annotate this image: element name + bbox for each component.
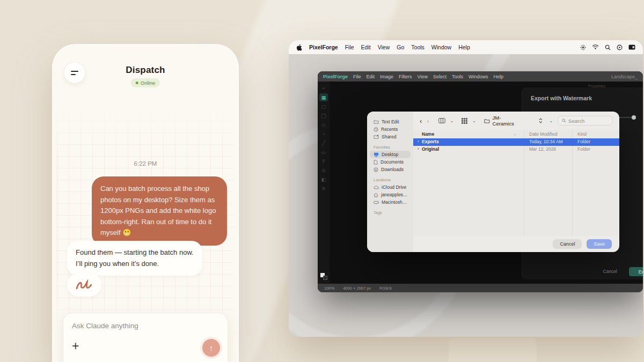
win-menu-help[interactable]: Help [493, 74, 503, 79]
tool-move-icon[interactable]: + [319, 84, 328, 92]
attach-plus-button[interactable]: + [72, 340, 79, 352]
sidebar-item-home[interactable]: janeapples… [367, 191, 413, 198]
keyboard-brightness-icon[interactable] [580, 45, 586, 50]
window-statusbar: 100% 4000 × 2667 px RGB/8 [318, 284, 643, 292]
table-row-exports[interactable]: › Exports Today, 10:34 AM Folder [413, 138, 619, 146]
tool-marquee-icon[interactable]: ▦ [319, 93, 328, 101]
apple-logo-icon[interactable] [296, 44, 302, 51]
sidebar-item-icloud[interactable]: iCloud Drive [367, 183, 413, 191]
clock-icon [374, 127, 378, 132]
menu-file[interactable]: File [345, 44, 354, 50]
sidebar-item-desktop[interactable]: Desktop [370, 151, 411, 158]
tool-lasso-icon[interactable]: ◇ [319, 121, 328, 129]
chevron-down-icon[interactable]: ⌄ [450, 119, 454, 123]
finder-toolbar: ‹ › ⌄ ⌄ JM-Ceramics ⌄ [413, 112, 619, 130]
menubar-app-name[interactable]: PixelForge [309, 44, 338, 50]
search-icon [562, 119, 566, 123]
tool-gradient-icon[interactable]: ◧ [319, 175, 328, 183]
location-dropdown[interactable]: JM-Ceramics [484, 115, 543, 127]
tool-ellipse-icon[interactable]: ◯ [319, 112, 328, 120]
status-label: Online [141, 80, 155, 86]
win-menu-select[interactable]: Select [433, 74, 447, 79]
arrow-up-icon: ↑ [209, 343, 214, 352]
sidebar-label: Text Edit [382, 119, 399, 124]
mac-screen: PixelForge File Edit View Go Tools Windo… [289, 40, 643, 337]
menu-go[interactable]: Go [397, 44, 404, 50]
sidebar-item-macintosh[interactable]: Macintosh… [367, 198, 413, 206]
up-down-chevrons-icon [539, 118, 543, 123]
chat-input[interactable] [72, 322, 219, 330]
sidebar-label: Desktop [382, 152, 398, 157]
table-row-original[interactable]: › Original Mar 12, 2026 Folder [413, 146, 619, 153]
win-menu-edit[interactable]: Edit [367, 74, 375, 79]
color-swatches[interactable] [320, 273, 328, 280]
sidebar-item-downloads[interactable]: Downloads [367, 166, 413, 173]
background-card [449, 338, 537, 362]
menu-tools[interactable]: Tools [411, 44, 425, 50]
save-button[interactable]: Save [587, 239, 612, 249]
shared-folder-icon [374, 135, 379, 139]
dialog-export-button[interactable]: Export [629, 267, 643, 276]
chevron-down-icon[interactable]: ⌄ [549, 119, 553, 123]
tool-zoom-icon[interactable]: ⊙ [319, 166, 328, 174]
column-header-name[interactable]: Name [422, 131, 434, 137]
image-dimensions: 4000 × 2667 px [343, 286, 371, 291]
tool-wand-icon[interactable]: ~ [319, 130, 328, 138]
tool-brush-icon[interactable]: ╱ [319, 139, 328, 147]
win-menu-image[interactable]: Image [380, 74, 393, 79]
disclosure-icon[interactable]: › [418, 139, 419, 144]
sidebar-item-textedit[interactable]: Text Edit [367, 118, 413, 125]
chevron-down-icon[interactable]: ⌄ [472, 119, 476, 123]
tool-text-icon[interactable]: T [319, 157, 328, 165]
tool-eraser-icon[interactable]: ✕ [319, 184, 328, 193]
download-icon [374, 167, 378, 172]
menu-window[interactable]: Window [431, 44, 451, 50]
menu-view[interactable]: View [378, 44, 390, 50]
disclosure-icon[interactable]: › [418, 146, 419, 151]
spotlight-search-icon[interactable] [605, 45, 611, 50]
cancel-button[interactable]: Cancel [553, 239, 582, 249]
pixelforge-menubar: PixelForge File Edit Image Filters View … [318, 71, 643, 82]
send-button[interactable]: ↑ [202, 339, 220, 357]
control-center-icon[interactable] [617, 45, 623, 50]
assistant-message-bubble: Found them — starting the batch now. I’l… [67, 241, 202, 276]
row-kind: Folder [577, 146, 590, 152]
sidebar-label: iCloud Drive [382, 184, 406, 190]
wifi-icon[interactable] [592, 45, 599, 50]
tool-palette: + ▦ ▢ ◯ ◇ ~ ╱ ▭ T ⊙ ◧ ✕ [318, 82, 330, 284]
sidebar-section-tags: Tags [367, 206, 413, 216]
win-menu-filters[interactable]: Filters [399, 74, 412, 79]
sidebar-item-recents[interactable]: Recents [367, 125, 413, 133]
column-view-icon[interactable] [438, 118, 445, 123]
sidebar-label: Recents [381, 127, 398, 132]
cloud-icon [374, 186, 379, 189]
chat-app-panel: Dispatch Online 6:22 PM Can you batch pr… [52, 44, 239, 362]
dialog-cancel-button[interactable]: Cancel [603, 269, 617, 274]
message-timestamp: 6:22 PM [53, 160, 238, 167]
slider-knob[interactable] [632, 115, 636, 120]
forward-button[interactable]: › [427, 117, 429, 124]
win-menu-tools[interactable]: Tools [452, 74, 463, 79]
win-menu-file[interactable]: File [353, 74, 361, 79]
sidebar-item-documents[interactable]: Documents [367, 158, 413, 166]
dialog-title: Export with Watermark [531, 95, 592, 101]
grid-view-icon[interactable] [462, 118, 467, 124]
back-button[interactable]: ‹ [420, 117, 422, 124]
win-menu-windows[interactable]: Windows [469, 74, 488, 79]
column-header-kind[interactable]: Kind [577, 131, 587, 137]
win-menu-view[interactable]: View [418, 74, 428, 79]
tool-shape-icon[interactable]: ▭ [319, 148, 328, 156]
user-message-bubble: Can you batch process all the shop photo… [92, 176, 227, 246]
sidebar-label: janeapples… [381, 192, 408, 197]
search-field[interactable] [558, 116, 613, 125]
menu-help[interactable]: Help [458, 44, 470, 50]
window-app-name[interactable]: PixelForge [323, 74, 348, 79]
tool-crop-icon[interactable]: ▢ [319, 102, 328, 110]
sort-chevron-icon[interactable]: ⌄ [513, 132, 516, 136]
folder-icon [484, 119, 490, 123]
search-input[interactable] [568, 118, 606, 124]
display-icon[interactable] [628, 45, 635, 50]
menu-edit[interactable]: Edit [361, 44, 371, 50]
sidebar-item-shared[interactable]: Shared [367, 133, 413, 141]
column-header-date[interactable]: Date Modified [529, 131, 557, 137]
